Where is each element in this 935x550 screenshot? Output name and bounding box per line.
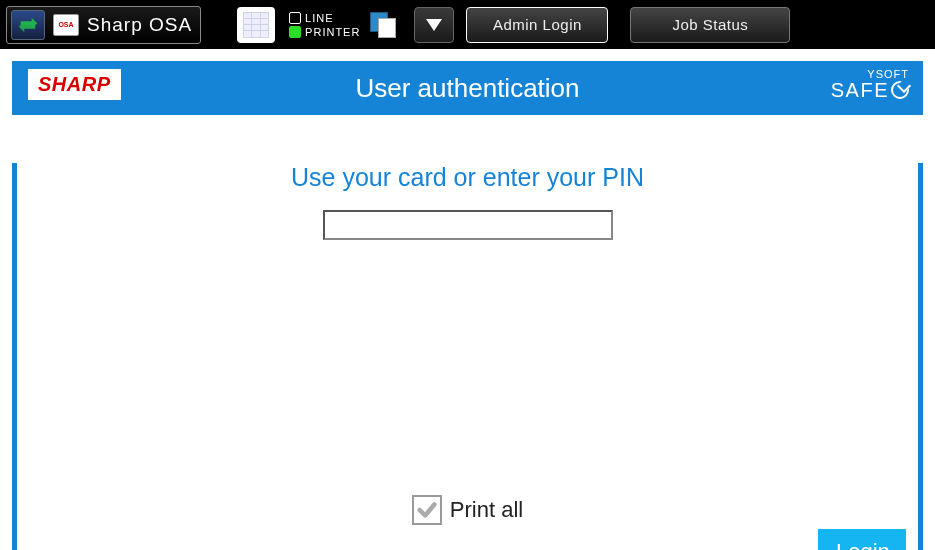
auth-prompt: Use your card or enter your PIN <box>17 163 918 192</box>
print-all-row: Print all <box>17 495 918 525</box>
safeq-text: SAFE <box>831 80 889 100</box>
app-title: Sharp OSA <box>87 14 192 36</box>
system-toolbar: OSA Sharp OSA LINE PRINTER Admin Login J… <box>0 0 935 49</box>
printer-status-label: PRINTER <box>305 26 360 38</box>
title-bar: SHARP User authentication YSOFT SAFE <box>12 61 923 115</box>
line-status-label: LINE <box>305 12 333 24</box>
keypad-icon[interactable] <box>237 7 275 43</box>
admin-login-button[interactable]: Admin Login <box>466 7 608 43</box>
line-status-icon <box>289 12 301 24</box>
ysoft-safeq-logo: YSOFT SAFE <box>831 69 909 100</box>
print-all-checkbox[interactable] <box>412 495 442 525</box>
auth-panel: Use your card or enter your PIN Print al… <box>12 163 923 550</box>
refresh-icon[interactable] <box>11 10 45 40</box>
dropdown-button[interactable] <box>414 7 454 43</box>
print-all-label: Print all <box>450 497 523 523</box>
printer-status-icon <box>289 26 301 38</box>
osa-chip-icon: OSA <box>53 14 79 36</box>
documents-icon <box>368 12 402 38</box>
pin-input[interactable] <box>323 210 613 240</box>
login-button[interactable]: Login <box>818 529 906 550</box>
safeq-ring-icon <box>891 81 909 99</box>
app-header-box: OSA Sharp OSA <box>6 6 201 44</box>
job-status-button[interactable]: Job Status <box>630 7 790 43</box>
page-title: User authentication <box>12 73 923 104</box>
status-indicators: LINE PRINTER <box>289 12 360 38</box>
